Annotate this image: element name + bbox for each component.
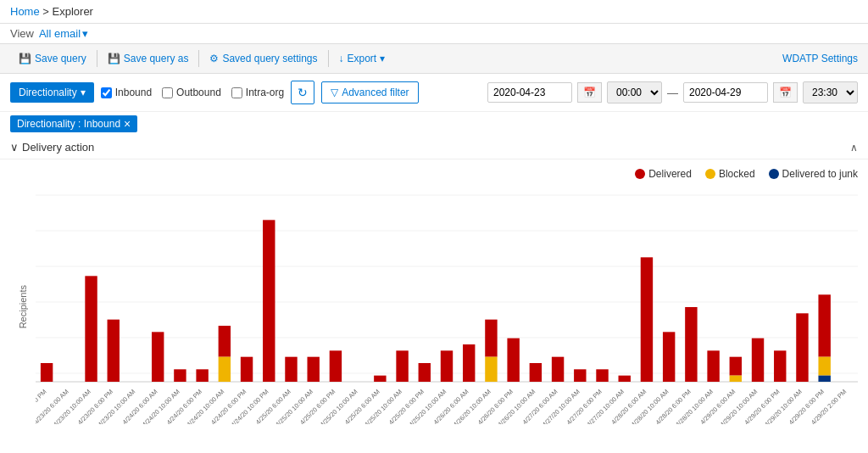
legend-blocked-label: Blocked: [719, 168, 755, 180]
refresh-icon: ↻: [298, 86, 308, 99]
save-query-button[interactable]: 💾 Save query: [10, 49, 95, 68]
chart-legend: Delivered Blocked Delivered to junk: [10, 168, 858, 180]
bar-delivered[interactable]: [574, 369, 586, 382]
chart-container: Delivered Blocked Delivered to junk Reci…: [0, 159, 868, 427]
bar-junk[interactable]: [818, 376, 830, 382]
bar-delivered[interactable]: [263, 220, 275, 382]
section-title-text: Delivery action: [22, 141, 94, 154]
bar-blocked[interactable]: [730, 376, 742, 382]
toolbar-sep-1: [97, 50, 97, 67]
end-time-select[interactable]: 00:0001:0006:0012:0023:30: [803, 81, 858, 103]
y-axis-label: Recipients: [18, 285, 28, 328]
intra-org-checkbox-label[interactable]: Intra-org: [231, 87, 284, 98]
save-query-as-label: Save query as: [124, 53, 189, 64]
remove-filter-icon[interactable]: ×: [124, 118, 131, 130]
blocked-dot: [705, 169, 715, 179]
inbound-checkbox[interactable]: [101, 87, 112, 98]
section-title[interactable]: ∨ Delivery action: [10, 141, 94, 154]
filter-icon: ▽: [331, 87, 338, 98]
calendar-icon-end: 📅: [779, 87, 792, 98]
bar-delivered[interactable]: [619, 376, 631, 382]
bar-delivered[interactable]: [241, 357, 253, 382]
calendar-icon: 📅: [583, 87, 596, 98]
bar-delivered[interactable]: [796, 313, 808, 382]
bar-delivered[interactable]: [774, 350, 786, 382]
refresh-button[interactable]: ↻: [291, 81, 314, 104]
bar-delivered[interactable]: [685, 307, 697, 382]
bar-delivered[interactable]: [196, 369, 208, 382]
bar-delivered[interactable]: [396, 350, 408, 382]
toolbar-sep-3: [328, 50, 329, 67]
start-date-input[interactable]: [487, 82, 572, 103]
bar-delivered[interactable]: [463, 344, 475, 382]
filter-tag-text: Directionality : Inbound: [17, 118, 120, 130]
directionality-button[interactable]: Directionality ▾: [10, 82, 94, 103]
filter-bar: Directionality ▾ Inbound Outbound Intra-…: [0, 74, 868, 112]
start-calendar-button[interactable]: 📅: [577, 82, 602, 103]
collapse-button[interactable]: ∧: [850, 142, 858, 154]
bar-delivered[interactable]: [441, 350, 453, 382]
bar-delivered[interactable]: [174, 369, 186, 382]
bar-delivered[interactable]: [507, 338, 519, 382]
bar-delivered[interactable]: [85, 276, 97, 382]
directionality-label: Directionality: [19, 87, 77, 98]
bar-delivered[interactable]: [752, 338, 764, 382]
settings-icon: ⚙: [209, 53, 219, 64]
bar-delivered[interactable]: [219, 326, 231, 357]
inbound-checkbox-label[interactable]: Inbound: [101, 87, 152, 98]
export-icon: ↓: [339, 53, 344, 64]
saved-query-settings-button[interactable]: ⚙ Saved query settings: [201, 49, 326, 68]
bar-delivered[interactable]: [818, 294, 830, 356]
bar-delivered[interactable]: [307, 357, 319, 382]
view-link-text: All email: [39, 27, 81, 40]
svg-container: 30 25 20 15 10 5 0 4/22/20 10:00 PM4/23/…: [36, 187, 858, 427]
junk-dot: [769, 169, 779, 179]
breadcrumb-current: Explorer: [53, 5, 93, 18]
save-query-as-button[interactable]: 💾 Save query as: [99, 49, 198, 68]
bar-delivered[interactable]: [419, 363, 431, 382]
bar-chart: 30 25 20 15 10 5 0 4/22/20 10:00 PM4/23/…: [36, 187, 858, 424]
directionality-inbound-tag[interactable]: Directionality : Inbound ×: [10, 115, 137, 132]
bar-delivered[interactable]: [707, 350, 719, 382]
end-date-input[interactable]: [683, 82, 768, 103]
bar-delivered[interactable]: [596, 369, 608, 382]
delivered-dot: [635, 169, 645, 179]
bar-delivered[interactable]: [663, 332, 675, 382]
legend-junk: Delivered to junk: [769, 168, 858, 180]
bar-delivered[interactable]: [330, 350, 342, 382]
export-button[interactable]: ↓ Export ▾: [331, 49, 394, 68]
intra-org-checkbox[interactable]: [231, 87, 242, 98]
outbound-checkbox-label[interactable]: Outbound: [162, 87, 221, 98]
bar-delivered[interactable]: [285, 357, 297, 382]
advanced-filter-button[interactable]: ▽ Advanced filter: [321, 81, 418, 103]
bar-delivered[interactable]: [730, 357, 742, 376]
advanced-filter-label: Advanced filter: [342, 87, 409, 98]
breadcrumb-separator: >: [42, 5, 52, 18]
bar-blocked[interactable]: [219, 357, 231, 382]
bar-delivered[interactable]: [530, 363, 542, 382]
bar-blocked[interactable]: [818, 357, 830, 376]
save-as-icon: 💾: [108, 53, 120, 64]
bar-delivered[interactable]: [152, 332, 164, 382]
toolbar-sep-2: [198, 50, 199, 67]
saved-query-settings-label: Saved query settings: [222, 53, 317, 64]
home-link[interactable]: Home: [10, 5, 40, 18]
bar-delivered[interactable]: [108, 320, 120, 382]
end-calendar-button[interactable]: 📅: [773, 82, 798, 103]
bar-delivered[interactable]: [552, 357, 564, 382]
intra-org-label: Intra-org: [246, 87, 284, 98]
bar-delivered[interactable]: [641, 257, 653, 382]
outbound-checkbox[interactable]: [162, 87, 173, 98]
view-dropdown[interactable]: All email ▾: [39, 27, 88, 40]
bar-delivered[interactable]: [41, 363, 53, 382]
legend-delivered-label: Delivered: [648, 168, 692, 180]
bar-blocked[interactable]: [485, 357, 497, 382]
bar-delivered[interactable]: [374, 376, 386, 382]
wdatp-settings-link[interactable]: WDATP Settings: [782, 53, 858, 64]
start-time-select[interactable]: 00:0001:0006:0012:0023:30: [607, 81, 662, 103]
bar-delivered[interactable]: [485, 320, 497, 357]
section-header: ∨ Delivery action ∧: [0, 136, 868, 159]
toolbar: 💾 Save query 💾 Save query as ⚙ Saved que…: [0, 43, 868, 74]
date-range-separator: —: [667, 87, 678, 99]
chevron-down-icon: ▾: [82, 27, 88, 40]
